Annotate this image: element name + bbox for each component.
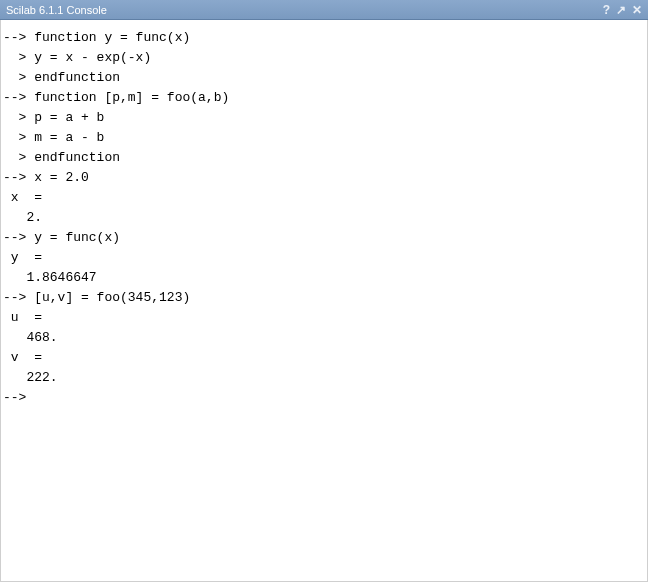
console-output[interactable]: --> function y = func(x) > y = x - exp(-… (0, 20, 648, 582)
console-line: 1.8646647 (1, 268, 647, 288)
console-line: 222. (1, 368, 647, 388)
console-line: x = (1, 188, 647, 208)
console-line: > y = x - exp(-x) (1, 48, 647, 68)
console-line: > endfunction (1, 68, 647, 88)
console-line: v = (1, 348, 647, 368)
titlebar-controls: ? ↗ ✕ (603, 4, 642, 16)
help-icon[interactable]: ? (603, 4, 610, 16)
console-line: 2. (1, 208, 647, 228)
console-line: > endfunction (1, 148, 647, 168)
console-line: > m = a - b (1, 128, 647, 148)
titlebar-title: Scilab 6.1.1 Console (6, 4, 107, 16)
console-line: --> x = 2.0 (1, 168, 647, 188)
console-line: > p = a + b (1, 108, 647, 128)
titlebar: Scilab 6.1.1 Console ? ↗ ✕ (0, 0, 648, 20)
console-line: u = (1, 308, 647, 328)
console-prompt[interactable]: --> (1, 388, 647, 408)
console-line: --> function y = func(x) (1, 28, 647, 48)
console-line: 468. (1, 328, 647, 348)
console-line: --> function [p,m] = foo(a,b) (1, 88, 647, 108)
close-icon[interactable]: ✕ (632, 4, 642, 16)
undock-icon[interactable]: ↗ (616, 4, 626, 16)
console-line: y = (1, 248, 647, 268)
console-line: --> y = func(x) (1, 228, 647, 248)
console-line: --> [u,v] = foo(345,123) (1, 288, 647, 308)
